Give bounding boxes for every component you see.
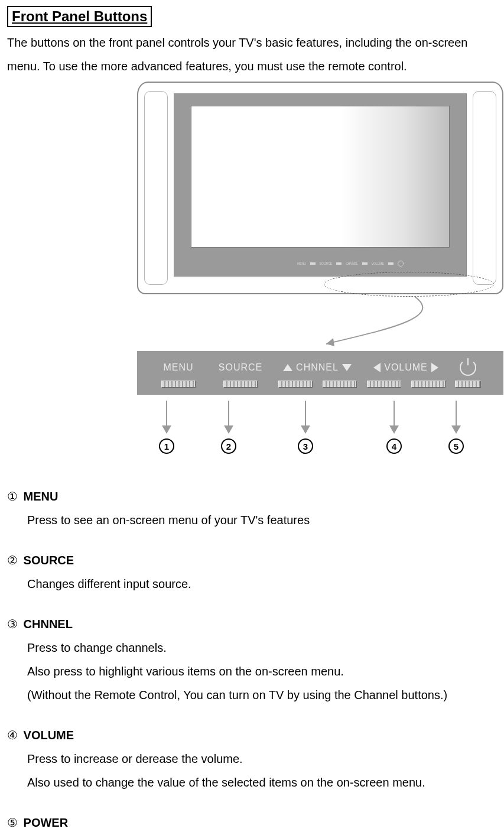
circled-numbers: 1 2 3 4 5 [137, 438, 503, 454]
callout-arrow [137, 294, 503, 351]
pointer-2 [224, 401, 233, 434]
tv-speaker-left [144, 91, 168, 285]
power-button[interactable] [455, 381, 481, 388]
def-power-name: POWER [24, 816, 69, 829]
pointer-1 [162, 401, 171, 434]
def-source-glyph: ② [7, 554, 18, 567]
def-menu-name: MENU [24, 490, 58, 503]
tiny-menu-label: MENU [297, 262, 306, 265]
circled-3: 3 [298, 438, 313, 454]
tiny-power-button [398, 261, 404, 267]
circled-2: 2 [221, 438, 236, 454]
menu-button[interactable] [161, 381, 196, 388]
svg-marker-0 [326, 338, 334, 346]
pointer-arrows [137, 401, 503, 434]
def-channel-line-2: Also press to highlight various items on… [27, 659, 497, 683]
volume-down-icon [373, 363, 381, 372]
page-title: Front Panel Buttons [7, 6, 152, 27]
source-button[interactable] [223, 381, 258, 388]
def-channel-name: CHNNEL [24, 618, 73, 631]
zoom-menu-label: MENU [149, 362, 208, 373]
volume-down-button[interactable] [367, 381, 401, 388]
circled-4: 4 [386, 438, 402, 454]
def-volume-glyph: ④ [7, 729, 18, 742]
zoom-panel: MENU SOURCE CHNNEL VOLUME [137, 351, 503, 395]
circled-1: 1 [159, 438, 174, 454]
figure: MENU SOURCE CHNNEL VOLUME MENU SOURCE CH… [137, 82, 503, 454]
pointer-4 [389, 401, 399, 434]
tv-illustration: MENU SOURCE CHNNEL VOLUME [137, 82, 503, 294]
def-channel-line-1: Press to change channels. [27, 636, 497, 659]
def-source-line-1: Changes different input source. [27, 572, 497, 596]
tv-speaker-right [473, 91, 496, 285]
tiny-volume-button [388, 262, 394, 265]
tiny-menu-button [310, 262, 316, 265]
tiny-channel-button [362, 262, 368, 265]
def-volume-name: VOLUME [24, 729, 74, 742]
def-source: ② SOURCE Changes different input source. [7, 553, 497, 596]
def-volume: ④ VOLUME Press to increase or derease th… [7, 728, 497, 794]
tiny-channel-label: CHNNEL [346, 262, 358, 265]
def-channel: ③ CHNNEL Press to change channels. Also … [7, 617, 497, 707]
def-volume-line-2: Also used to change the value of the sel… [27, 771, 497, 794]
tv-bezel: MENU SOURCE CHNNEL VOLUME [174, 93, 467, 277]
def-source-name: SOURCE [24, 554, 74, 567]
definitions-list: ① MENU Press to see an on-screen menu of… [7, 489, 497, 835]
def-menu-glyph: ① [7, 490, 18, 503]
tiny-source-button [336, 262, 342, 265]
pointer-3 [301, 401, 310, 434]
tiny-source-label: SOURCE [320, 262, 332, 265]
power-icon [460, 359, 476, 376]
def-menu: ① MENU Press to see an on-screen menu of… [7, 489, 497, 532]
channel-up-icon [283, 364, 292, 371]
def-channel-glyph: ③ [7, 618, 18, 631]
pointer-5 [451, 401, 461, 434]
def-power: ⑤ POWER Press to Turn the TV on and off. [7, 815, 497, 835]
volume-up-icon [431, 363, 438, 372]
def-channel-line-3: (Without the Remote Control, You can tur… [27, 683, 497, 707]
zoom-source-label: SOURCE [208, 362, 273, 373]
tiny-volume-label: VOLUME [372, 262, 384, 265]
zoom-volume-label: VOLUME [362, 362, 450, 373]
channel-down-button[interactable] [323, 381, 357, 388]
intro-text: The buttons on the front panel controls … [7, 31, 497, 78]
tv-button-strip-small: MENU SOURCE CHNNEL VOLUME [297, 257, 451, 270]
def-volume-line-1: Press to increase or derease the volume. [27, 747, 497, 771]
volume-up-button[interactable] [411, 381, 446, 388]
zoom-power [450, 359, 486, 376]
channel-up-button[interactable] [278, 381, 313, 388]
def-menu-line-1: Press to see an on-screen menu of your T… [27, 508, 497, 532]
circled-5: 5 [448, 438, 464, 454]
def-power-glyph: ⑤ [7, 816, 18, 829]
zoom-channel-label: CHNNEL [273, 362, 362, 373]
channel-down-icon [342, 364, 352, 371]
tv-screen [191, 106, 450, 248]
